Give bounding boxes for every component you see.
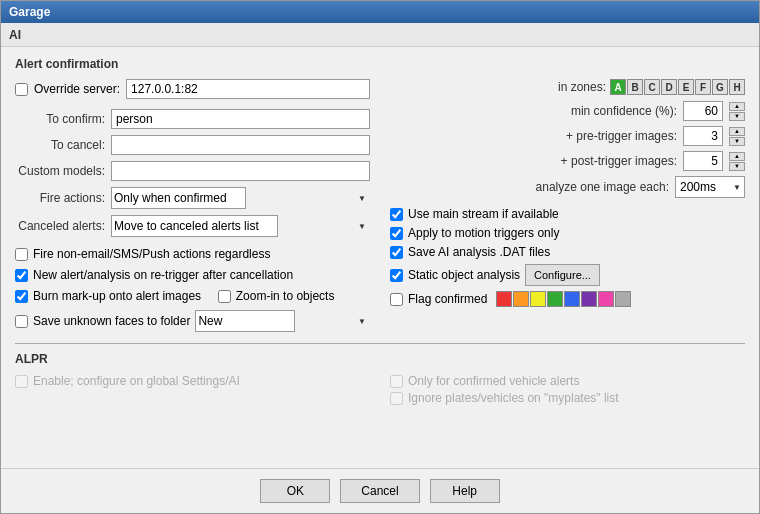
flag-color-red[interactable]	[496, 291, 512, 307]
flag-colors	[496, 291, 631, 307]
flag-color-gray[interactable]	[615, 291, 631, 307]
dialog-title: AI	[9, 28, 21, 42]
save-unknown-label: Save unknown faces to folder	[33, 314, 190, 328]
flag-confirmed-label: Flag confirmed	[408, 292, 487, 306]
pre-trigger-input[interactable]	[683, 126, 723, 146]
zone-g[interactable]: G	[712, 79, 728, 95]
flag-color-green[interactable]	[547, 291, 563, 307]
pre-trigger-label: + pre-trigger images:	[566, 129, 677, 143]
save-unknown-folder-select[interactable]: New	[195, 310, 295, 332]
burn-markup-label: Burn mark-up onto alert images	[33, 289, 201, 303]
ignore-plates-checkbox	[390, 392, 403, 405]
zone-e[interactable]: E	[678, 79, 694, 95]
to-cancel-label: To cancel:	[15, 138, 105, 152]
post-trigger-spinner[interactable]: ▲ ▼	[729, 152, 745, 171]
ok-button[interactable]: OK	[260, 479, 330, 503]
custom-models-label: Custom models:	[15, 164, 105, 178]
only-confirmed-checkbox	[390, 375, 403, 388]
min-confidence-up[interactable]: ▲	[729, 102, 745, 111]
new-alert-label: New alert/analysis on re-trigger after c…	[33, 268, 293, 282]
to-confirm-input[interactable]	[111, 109, 370, 129]
min-confidence-input[interactable]	[683, 101, 723, 121]
pre-trigger-down[interactable]: ▼	[729, 137, 745, 146]
use-main-stream-checkbox[interactable]	[390, 208, 403, 221]
fire-non-email-label: Fire non-email/SMS/Push actions regardle…	[33, 247, 270, 261]
override-server-input[interactable]	[126, 79, 370, 99]
in-zones-label: in zones:	[558, 80, 606, 94]
apply-motion-label: Apply to motion triggers only	[408, 226, 559, 240]
to-confirm-label: To confirm:	[15, 112, 105, 126]
flag-color-blue[interactable]	[564, 291, 580, 307]
to-cancel-input[interactable]	[111, 135, 370, 155]
ignore-plates-label: Ignore plates/vehicles on "myplates" lis…	[408, 391, 619, 405]
burn-markup-checkbox[interactable]	[15, 290, 28, 303]
flag-color-yellow[interactable]	[530, 291, 546, 307]
min-confidence-label: min confidence (%):	[571, 104, 677, 118]
zone-b[interactable]: B	[627, 79, 643, 95]
post-trigger-down[interactable]: ▼	[729, 162, 745, 171]
analyze-select[interactable]: 200ms 500ms 1s 2s 5s	[675, 176, 745, 198]
override-server-checkbox[interactable]	[15, 83, 28, 96]
override-server-label: Override server:	[34, 82, 120, 96]
post-trigger-up[interactable]: ▲	[729, 152, 745, 161]
min-confidence-down[interactable]: ▼	[729, 112, 745, 121]
post-trigger-input[interactable]	[683, 151, 723, 171]
save-dat-label: Save AI analysis .DAT files	[408, 245, 550, 259]
help-button[interactable]: Help	[430, 479, 500, 503]
fire-actions-select[interactable]: Only when confirmed Always Never	[111, 187, 246, 209]
zone-a[interactable]: A	[610, 79, 626, 95]
save-dat-checkbox[interactable]	[390, 246, 403, 259]
title-bar-text: Garage	[9, 5, 50, 19]
flag-confirmed-checkbox[interactable]	[390, 293, 403, 306]
alpr-title: ALPR	[15, 352, 745, 366]
flag-color-orange[interactable]	[513, 291, 529, 307]
static-object-checkbox[interactable]	[390, 269, 403, 282]
pre-trigger-spinner[interactable]: ▲ ▼	[729, 127, 745, 146]
zone-d[interactable]: D	[661, 79, 677, 95]
min-confidence-spinner[interactable]: ▲ ▼	[729, 102, 745, 121]
alert-confirmation-title: Alert confirmation	[15, 57, 745, 71]
alpr-enable-checkbox	[15, 375, 28, 388]
zone-h[interactable]: H	[729, 79, 745, 95]
zone-c[interactable]: C	[644, 79, 660, 95]
canceled-alerts-label: Canceled alerts:	[15, 219, 105, 233]
zoom-in-label: Zoom-in to objects	[236, 289, 335, 303]
analyze-label: analyze one image each:	[536, 180, 669, 194]
zone-letters: A B C D E F G H	[610, 79, 745, 95]
use-main-stream-label: Use main stream if available	[408, 207, 559, 221]
custom-models-input[interactable]	[111, 161, 370, 181]
alpr-enable-label: Enable; configure on global Settings/AI	[33, 374, 240, 388]
canceled-alerts-select[interactable]: Move to canceled alerts list Delete	[111, 215, 278, 237]
post-trigger-label: + post-trigger images:	[561, 154, 677, 168]
flag-color-pink[interactable]	[598, 291, 614, 307]
zoom-in-checkbox[interactable]	[218, 290, 231, 303]
only-confirmed-label: Only for confirmed vehicle alerts	[408, 374, 579, 388]
static-object-label: Static object analysis	[408, 268, 520, 282]
zone-f[interactable]: F	[695, 79, 711, 95]
pre-trigger-up[interactable]: ▲	[729, 127, 745, 136]
cancel-button[interactable]: Cancel	[340, 479, 419, 503]
apply-motion-checkbox[interactable]	[390, 227, 403, 240]
fire-non-email-checkbox[interactable]	[15, 248, 28, 261]
flag-color-purple[interactable]	[581, 291, 597, 307]
save-unknown-checkbox[interactable]	[15, 315, 28, 328]
fire-actions-label: Fire actions:	[15, 191, 105, 205]
configure-button[interactable]: Configure...	[525, 264, 600, 286]
new-alert-checkbox[interactable]	[15, 269, 28, 282]
